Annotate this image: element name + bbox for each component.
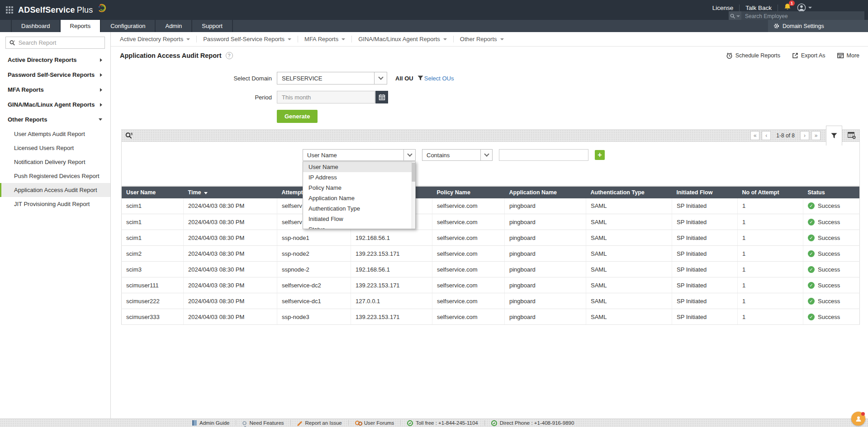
filter-field-select[interactable]: User Name xyxy=(303,149,416,161)
divider xyxy=(400,420,401,426)
last-page-button[interactable]: » xyxy=(811,131,821,140)
footer-links: Admin GuideNeed FeaturesReport an IssueU… xyxy=(192,420,574,426)
cell-time: 2024/04/03 08:30 PM xyxy=(184,230,277,246)
footer-link-toll-free-1-844-245-1104[interactable]: Toll free : +1-844-245-1104 xyxy=(407,420,478,426)
license-link[interactable]: License xyxy=(712,5,734,11)
talkback-link[interactable]: Talk Back xyxy=(745,5,772,11)
filter-option-user-name[interactable]: User Name xyxy=(303,162,415,172)
export-as-button[interactable]: Export As xyxy=(792,52,825,59)
cell-authentication-type: SAML xyxy=(586,309,672,325)
table-row: scim32024/04/03 08:30 PMsspnode-2192.168… xyxy=(122,262,860,277)
footer-link-admin-guide[interactable]: Admin Guide xyxy=(192,420,229,426)
column-header-status[interactable]: Status xyxy=(803,187,860,198)
apps-grid-icon[interactable] xyxy=(6,6,13,14)
more-button[interactable]: More xyxy=(837,52,859,59)
filter-toggle-button[interactable] xyxy=(826,126,842,145)
footer-link-user-forums[interactable]: User Forums xyxy=(355,420,394,426)
filter-option-policy-name[interactable]: Policy Name xyxy=(303,183,415,193)
generate-button[interactable]: Generate xyxy=(277,110,318,123)
footer-link-direct-phone-1-408-916-9890[interactable]: Direct Phone : +1-408-916-9890 xyxy=(491,420,574,426)
domain-select[interactable]: SELFSERVICE xyxy=(277,72,387,84)
user-menu[interactable] xyxy=(797,3,812,12)
column-header-time[interactable]: Time xyxy=(184,187,277,198)
filter-operator-select[interactable]: Contains xyxy=(422,149,493,161)
tab-dashboard[interactable]: Dashboard xyxy=(11,20,61,32)
sidebar-item-notification-delivery-report[interactable]: Notification Delivery Report xyxy=(0,155,110,169)
ou-filter-funnel-icon[interactable] xyxy=(417,75,423,81)
scrollbar-thumb[interactable] xyxy=(412,163,415,182)
cell-user-name: scim2 xyxy=(122,246,184,262)
column-header-policy-name[interactable]: Policy Name xyxy=(432,187,505,198)
add-column-icon xyxy=(848,132,856,139)
sidebar-item-label: Other Reports xyxy=(8,116,47,123)
notification-bell-icon[interactable]: 1 xyxy=(784,3,791,12)
footer-link-need-features[interactable]: Need Features xyxy=(242,420,284,426)
sidebar-item-application-access-audit-report[interactable]: Application Access Audit Report xyxy=(0,183,110,197)
schedule-reports-button[interactable]: Schedule Reports xyxy=(726,52,780,59)
filter-option-ip-address[interactable]: IP Address xyxy=(303,172,415,183)
sidebar-item-active-directory-reports[interactable]: Active Directory Reports xyxy=(0,52,110,67)
cell-no-of-attempt: 1 xyxy=(738,214,803,230)
calendar-button[interactable] xyxy=(375,91,388,103)
column-header-authentication-type[interactable]: Authentication Type xyxy=(586,187,672,198)
sidebar-item-jit-provisioning-audit-report[interactable]: JIT Provisioning Audit Report xyxy=(0,197,110,211)
period-input[interactable]: This month xyxy=(277,91,375,103)
column-label: Status xyxy=(808,189,825,196)
cell-user-name: scim1 xyxy=(122,230,184,246)
cell-authentication-type: SAML xyxy=(586,214,672,230)
select-ous-link[interactable]: Select OUs xyxy=(424,75,454,82)
sidebar-item-password-self-service-reports[interactable]: Password Self-Service Reports xyxy=(0,67,110,82)
filter-option-status[interactable]: Status xyxy=(303,224,415,229)
footer-link-label: Need Features xyxy=(249,420,284,426)
tab-admin[interactable]: Admin xyxy=(156,20,192,32)
employee-search-input[interactable] xyxy=(741,11,864,21)
success-icon: ✓ xyxy=(808,314,815,320)
column-header-user-name[interactable]: User Name xyxy=(122,187,184,198)
category-mfa-reports[interactable]: MFA Reports xyxy=(298,36,351,42)
tab-support[interactable]: Support xyxy=(192,20,233,32)
table-search-icon[interactable] xyxy=(125,132,133,139)
filter-value-input[interactable] xyxy=(499,149,588,161)
category-active-directory-reports[interactable]: Active Directory Reports xyxy=(120,36,196,42)
sidebar-item-licensed-users-report[interactable]: Licensed Users Report xyxy=(0,141,110,155)
next-page-button[interactable]: › xyxy=(800,131,809,140)
category-gina-mac-linux-agent-reports[interactable]: GINA/Mac/Linux Agent Reports xyxy=(352,36,453,42)
divider xyxy=(778,5,778,11)
domain-settings-button[interactable]: Domain Settings xyxy=(768,20,868,32)
divider xyxy=(739,5,740,11)
filter-option-initiated-flow[interactable]: Initiated Flow xyxy=(303,214,415,224)
category-other-reports[interactable]: Other Reports xyxy=(454,36,510,42)
prev-page-button[interactable]: ‹ xyxy=(762,131,771,140)
cell-no-of-attempt: 1 xyxy=(738,309,803,325)
status-text: Success xyxy=(818,298,840,305)
add-filter-button[interactable]: + xyxy=(595,150,605,160)
search-icon[interactable] xyxy=(729,11,741,21)
cell-authentication-type: SAML xyxy=(586,198,672,214)
sidebar-item-mfa-reports[interactable]: MFA Reports xyxy=(0,82,110,97)
dropdown-options: User NameIP AddressPolicy NameApplicatio… xyxy=(303,162,415,229)
column-header-no-of-attempt[interactable]: No of Attempt xyxy=(738,187,803,198)
tab-configuration[interactable]: Configuration xyxy=(101,20,156,32)
domain-select-value: SELFSERVICE xyxy=(277,72,374,84)
sidebar-item-push-registered-devices-report[interactable]: Push Registered Devices Report xyxy=(0,169,110,183)
category-password-self-service-reports[interactable]: Password Self-Service Reports xyxy=(197,36,298,42)
filter-option-application-name[interactable]: Application Name xyxy=(303,193,415,203)
notification-count-badge: 1 xyxy=(789,0,795,6)
filter-option-authentication-type[interactable]: Authentication Type xyxy=(303,203,415,214)
dropdown-scrollbar[interactable] xyxy=(412,162,415,229)
report-search-input[interactable] xyxy=(19,39,101,46)
sidebar-item-user-attempts-audit-report[interactable]: User Attempts Audit Report xyxy=(0,127,110,141)
chevron-right-icon xyxy=(100,88,102,92)
column-header-application-name[interactable]: Application Name xyxy=(505,187,586,198)
help-icon[interactable]: ? xyxy=(226,52,233,59)
footer-link-report-an-issue[interactable]: Report an Issue xyxy=(297,420,342,426)
column-chooser-button[interactable] xyxy=(848,132,856,139)
tab-reports[interactable]: Reports xyxy=(61,20,101,32)
sidebar-item-other-reports[interactable]: Other Reports xyxy=(0,112,110,127)
support-chat-button[interactable] xyxy=(851,412,865,426)
cell-time: 2024/04/03 08:30 PM xyxy=(184,262,277,277)
first-page-button[interactable]: « xyxy=(750,131,759,140)
column-header-initiated-flow[interactable]: Initiated Flow xyxy=(672,187,738,198)
sidebar-item-gina-mac-linux-agent-reports[interactable]: GINA/Mac/Linux Agent Reports xyxy=(0,97,110,112)
cell-ip-address: 139.223.153.171 xyxy=(351,309,432,325)
